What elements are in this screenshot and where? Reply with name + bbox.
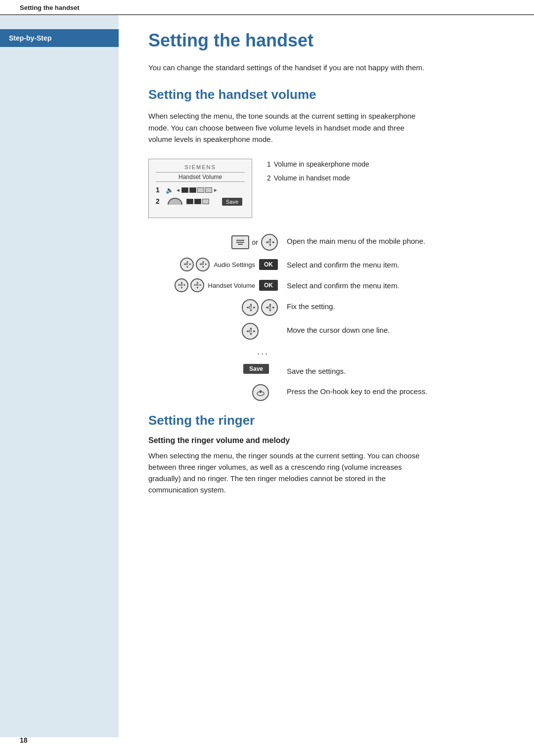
volume-section-heading: Setting the handset volume [148, 87, 509, 102]
bar-seg-4 [205, 187, 212, 193]
step-4-icons: ▲ ◄► ▼ ▲ ◄► ▼ [148, 299, 287, 316]
volume-section-body: When selecting the menu, the tone sounds… [148, 110, 425, 145]
bar2-seg-3 [202, 199, 209, 204]
onhook-icon [252, 384, 269, 401]
ringer-section-heading: Setting the ringer [148, 413, 509, 428]
bar-row2 [186, 199, 209, 204]
step-row-3: ▲ ◄► ▼ ▲ ◄► ▼ Handset Vo [148, 278, 509, 292]
ringer-sub-heading: Setting the ringer volume and melody [148, 436, 509, 445]
step-6-text [287, 347, 509, 349]
nav-icon-5: ▲ ◄► ▼ [242, 323, 259, 340]
sidebar: Step-by-Step [0, 15, 119, 737]
arrow-right-icon: ► [213, 187, 218, 193]
bar2-seg-1 [186, 199, 193, 204]
top-bar: Setting the handset [0, 0, 534, 15]
intro-paragraph: You can change the standard settings of … [148, 62, 425, 73]
step-8-text: Press the On-hook key to end the process… [287, 384, 509, 398]
device-notes: 1 Volume in speakerphone mode 2 Volume i… [267, 159, 369, 186]
page-title: Setting the handset [148, 30, 509, 51]
bar2-seg-2 [194, 199, 201, 204]
nav-icon-4a: ▲ ◄► ▼ [242, 299, 259, 316]
or-text: or [252, 238, 258, 246]
audio-settings-label: Audio Settings [214, 261, 255, 268]
row1-number: 1 [156, 186, 163, 194]
arrow-left-icon: ◄ [176, 187, 180, 193]
phone-curve-icon [168, 198, 182, 205]
bar-seg-2 [189, 187, 196, 193]
speaker-icon: 🔈 [166, 186, 174, 194]
nav-icon-1: ▲ ◄► ▼ [261, 234, 278, 251]
row2-number: 2 [156, 197, 163, 205]
bar-seg-1 [181, 187, 188, 193]
note2-num: 2 [267, 173, 271, 184]
step-2-text: Select and confirm the menu item. [287, 258, 509, 271]
step-3-text: Select and confirm the menu item. [287, 278, 509, 292]
menu-icon [231, 235, 249, 249]
note1-num: 1 [267, 159, 271, 171]
device-row: SIEMENS Handset Volume 1 🔈 ◄ ► [148, 159, 509, 218]
device-row-1: 1 🔈 ◄ ► [156, 186, 245, 194]
bar-filled [181, 187, 212, 193]
nav-icon-2a: ▲ ◄► ▼ [180, 258, 194, 271]
bar-seg-3 [197, 187, 204, 193]
step-5-icons: ▲ ◄► ▼ [148, 323, 287, 340]
device-screen: SIEMENS Handset Volume 1 🔈 ◄ ► [148, 159, 252, 218]
step-row-8: Press the On-hook key to end the process… [148, 384, 509, 401]
device-brand: SIEMENS [156, 164, 245, 170]
step-row-6: ... [148, 347, 509, 357]
ringer-section: Setting the ringer Setting the ringer vo… [148, 413, 509, 496]
step-5-text: Move the cursor down one line. [287, 323, 509, 336]
step-row-4: ▲ ◄► ▼ ▲ ◄► ▼ [148, 299, 509, 316]
nav-icon-3a: ▲ ◄► ▼ [175, 278, 188, 292]
step-3-icons: ▲ ◄► ▼ ▲ ◄► ▼ Handset Vo [148, 278, 287, 292]
device-save-button: Save [222, 198, 242, 206]
step-6-icons: ... [148, 347, 287, 357]
steps-area: or ▲ ◄► ▼ Open the main menu of the mobi… [148, 234, 509, 401]
device-menu-label: Handset Volume [156, 172, 245, 182]
ok-button-2[interactable]: OK [259, 280, 278, 291]
step-7-text: Save the settings. [287, 364, 509, 377]
dots: ... [257, 347, 269, 357]
device-row-2: 2 Save [156, 197, 245, 206]
step-1-text: Open the main menu of the mobile phone. [287, 234, 509, 247]
main-layout: Step-by-Step Setting the handset You can… [0, 15, 534, 737]
step-2-icons: ▲ ◄► ▼ ▲ ◄► ▼ Audio Sett [148, 258, 287, 271]
step-row-5: ▲ ◄► ▼ Move the cursor down one line. [148, 323, 509, 340]
note2-text: Volume in handset mode [274, 173, 350, 184]
step-row-2: ▲ ◄► ▼ ▲ ◄► ▼ Audio Sett [148, 258, 509, 271]
ok-button-1[interactable]: OK [259, 259, 278, 270]
main-content: Setting the handset You can change the s… [119, 15, 534, 737]
note1-text: Volume in speakerphone mode [274, 159, 369, 171]
nav-icon-2b: ▲ ◄► ▼ [196, 258, 210, 271]
step-1-icons: or ▲ ◄► ▼ [148, 234, 287, 251]
step-row-1: or ▲ ◄► ▼ Open the main menu of the mobi… [148, 234, 509, 251]
handset-volume-label: Handset Volume [208, 282, 255, 289]
ringer-body: When selecting the menu, the ringer soun… [148, 450, 425, 496]
nav-icon-3b: ▲ ◄► ▼ [190, 278, 204, 292]
page-number: 18 [20, 736, 28, 744]
save-button-step[interactable]: Save [243, 364, 269, 374]
step-7-icons: Save [148, 364, 287, 374]
svg-rect-1 [260, 390, 262, 393]
header-title: Setting the handset [20, 4, 80, 11]
step-8-icons [148, 384, 287, 401]
step-row-7: Save Save the settings. [148, 364, 509, 377]
step-4-text: Fix the setting. [287, 299, 509, 312]
device-note-1: 1 Volume in speakerphone mode [267, 159, 369, 171]
device-note-2: 2 Volume in handset mode [267, 173, 369, 184]
sidebar-label: Step-by-Step [0, 29, 119, 47]
nav-icon-4b: ▲ ◄► ▼ [261, 299, 278, 316]
